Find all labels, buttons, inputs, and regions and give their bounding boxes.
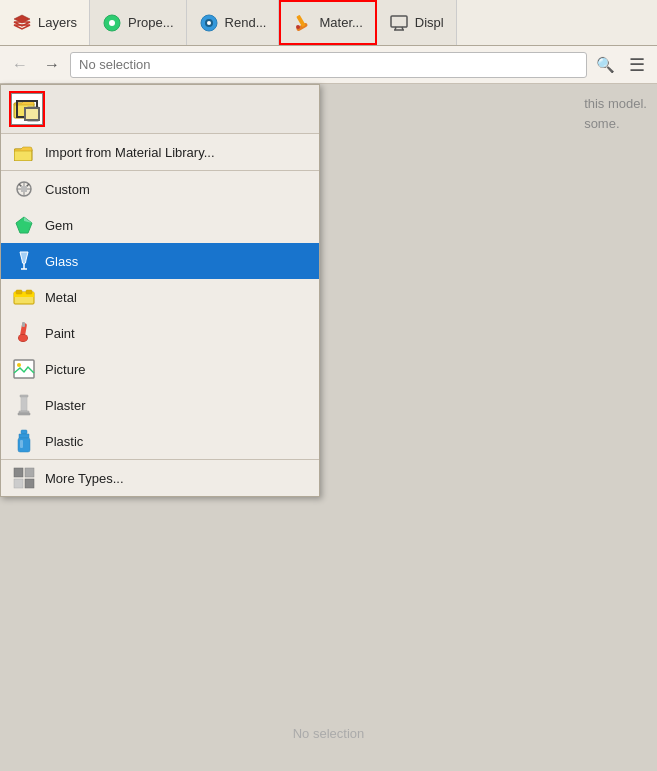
search-button[interactable]: 🔍	[591, 51, 619, 79]
dropdown-item-gem[interactable]: Gem	[1, 207, 319, 243]
metal-icon	[13, 286, 35, 308]
dropdown-item-plastic[interactable]: Plastic	[1, 423, 319, 459]
dropdown-item-import[interactable]: Import from Material Library...	[1, 134, 319, 171]
paint-icon	[13, 322, 35, 344]
info-area: this model. some.	[584, 94, 647, 133]
svg-rect-43	[19, 411, 29, 413]
plaster-icon	[13, 394, 35, 416]
dropdown-item-picture[interactable]: Picture	[1, 351, 319, 387]
tab-render-label: Rend...	[225, 15, 267, 30]
gem-label: Gem	[45, 218, 73, 233]
picture-label: Picture	[45, 362, 85, 377]
properties-icon	[102, 13, 122, 33]
svg-rect-36	[22, 322, 25, 327]
search-input[interactable]	[70, 52, 587, 78]
tab-materials-label: Mater...	[319, 15, 362, 30]
svg-rect-50	[14, 479, 23, 488]
display-icon	[389, 13, 409, 33]
info-line2: some.	[584, 114, 647, 134]
materials-icon	[293, 13, 313, 33]
svg-point-38	[17, 363, 21, 367]
custom-label: Custom	[45, 182, 90, 197]
bottom-selection-text: No selection	[293, 726, 365, 741]
tab-display[interactable]: Displ	[377, 0, 457, 45]
svg-point-10	[296, 25, 300, 29]
glass-label: Glass	[45, 254, 78, 269]
svg-rect-44	[18, 413, 30, 415]
custom-icon	[13, 178, 35, 200]
forward-button[interactable]: →	[38, 51, 66, 79]
picture-icon	[13, 358, 35, 380]
glass-icon	[13, 250, 35, 272]
plastic-label: Plastic	[45, 434, 83, 449]
more-types-icon	[13, 467, 35, 489]
svg-rect-35	[19, 335, 27, 341]
search-icon: 🔍	[596, 56, 615, 74]
gem-icon	[13, 214, 35, 236]
toolbar: ← → 🔍 ☰	[0, 46, 657, 84]
dropdown-item-plaster[interactable]: Plaster	[1, 387, 319, 423]
plastic-icon	[13, 430, 35, 452]
import-label: Import from Material Library...	[45, 145, 215, 160]
svg-rect-51	[25, 479, 34, 488]
back-button[interactable]: ←	[6, 51, 34, 79]
tab-layers-label: Layers	[38, 15, 77, 30]
dropdown-item-custom[interactable]: Custom	[1, 171, 319, 207]
paint-label: Paint	[45, 326, 75, 341]
layers-icon	[12, 13, 32, 33]
dropdown-item-metal[interactable]: Metal	[1, 279, 319, 315]
dropdown-item-glass[interactable]: Glass	[1, 243, 319, 279]
info-line1: this model.	[584, 94, 647, 114]
metal-label: Metal	[45, 290, 77, 305]
menu-button[interactable]: ☰	[623, 51, 651, 79]
main-content: Import from Material Library... Custom	[0, 84, 657, 771]
tab-layers[interactable]: Layers	[0, 0, 90, 45]
forward-icon: →	[44, 56, 60, 74]
svg-rect-31	[16, 290, 22, 294]
svg-point-4	[109, 20, 115, 26]
back-icon: ←	[12, 56, 28, 74]
svg-rect-47	[20, 440, 23, 448]
new-material-wrapper	[9, 91, 45, 127]
svg-rect-24	[21, 186, 27, 192]
import-icon	[13, 141, 35, 163]
tab-properties-label: Prope...	[128, 15, 174, 30]
tab-properties[interactable]: Prope...	[90, 0, 187, 45]
svg-rect-49	[25, 468, 34, 477]
tab-display-label: Displ	[415, 15, 444, 30]
tab-materials[interactable]: Mater...	[279, 0, 376, 45]
dropdown-header	[1, 85, 319, 134]
svg-rect-48	[14, 468, 23, 477]
more-types-label: More Types...	[45, 471, 124, 486]
bottom-selection: No selection	[0, 726, 657, 741]
svg-rect-16	[27, 107, 39, 121]
svg-rect-45	[21, 430, 27, 434]
svg-rect-32	[26, 290, 32, 294]
svg-rect-40	[21, 397, 27, 411]
svg-marker-2	[14, 25, 30, 29]
render-icon	[199, 13, 219, 33]
svg-rect-46	[18, 438, 30, 452]
tab-render[interactable]: Rend...	[187, 0, 280, 45]
material-type-dropdown: Import from Material Library... Custom	[0, 84, 320, 497]
dropdown-item-paint[interactable]: Paint	[1, 315, 319, 351]
menu-icon: ☰	[629, 54, 645, 76]
svg-rect-15	[14, 103, 34, 118]
svg-rect-11	[391, 16, 407, 27]
svg-point-7	[207, 21, 211, 25]
svg-rect-39	[20, 395, 28, 397]
plaster-label: Plaster	[45, 398, 85, 413]
tab-bar: Layers Prope... Rend...	[0, 0, 657, 46]
new-material-button[interactable]	[11, 93, 43, 125]
dropdown-item-more[interactable]: More Types...	[1, 459, 319, 496]
